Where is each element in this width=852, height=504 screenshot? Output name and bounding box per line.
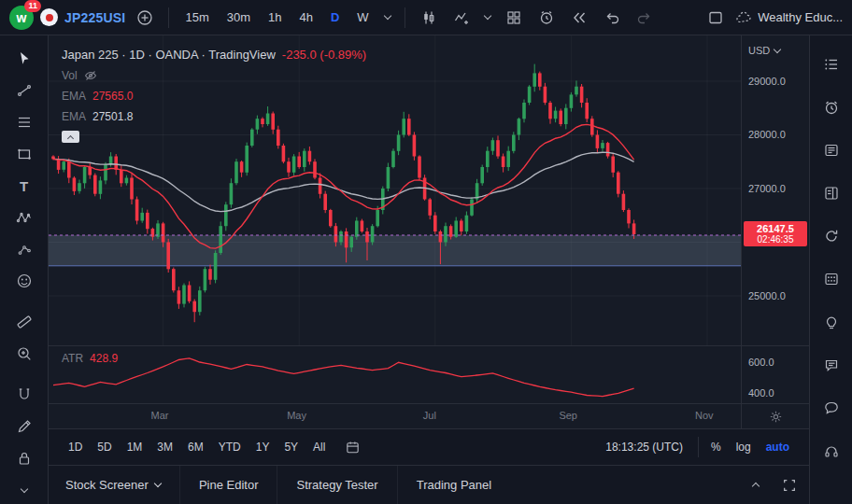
xabcd-pattern-tool-icon[interactable]: [7, 202, 41, 233]
timeframe-1w[interactable]: W: [351, 7, 374, 28]
support-headset-icon[interactable]: [817, 437, 845, 465]
time-axis[interactable]: MarMayJulSepNov: [49, 403, 809, 428]
log-scale-button[interactable]: log: [730, 437, 758, 457]
forecast-tool-icon[interactable]: [7, 233, 41, 265]
toolbar-separator: [698, 437, 699, 457]
chart-region: Japan 225 · 1D · OANDA · TradingView -23…: [49, 35, 809, 504]
alerts-icon[interactable]: [817, 93, 845, 121]
drawing-toolbar: T: [0, 35, 49, 504]
draw-pencil-tool-icon[interactable]: [7, 411, 41, 442]
price-scale-label: 25000.0: [748, 289, 786, 302]
panel-expand-chevron-icon[interactable]: [742, 471, 770, 499]
toolbar-separator: [405, 7, 405, 28]
atr-value: 428.9: [90, 352, 118, 365]
refresh-rotate-icon[interactable]: [817, 222, 845, 250]
range-1m[interactable]: 1M: [121, 437, 149, 457]
single-layout-icon[interactable]: [703, 6, 729, 30]
time-axis-label: May: [287, 410, 306, 421]
chart-style-candles-icon[interactable]: [416, 6, 442, 30]
range-5d[interactable]: 5D: [91, 437, 118, 457]
time-axis-labels[interactable]: MarMayJulSepNov: [49, 404, 741, 428]
tradingview-app: w 11 JP225USI 15m 30m 1h 4h D W: [0, 0, 852, 504]
chat-icon[interactable]: [817, 351, 845, 379]
bottom-toolbar: 1D 5D 1M 3M 6M YTD 1Y 5Y All 18:13:25 (U…: [49, 428, 809, 465]
atr-line-chart[interactable]: [49, 346, 741, 403]
tab-trading-panel[interactable]: Trading Panel: [397, 466, 510, 504]
volume-label[interactable]: Vol: [62, 69, 78, 82]
layout-grid-icon[interactable]: [501, 6, 527, 30]
magnet-tool-icon[interactable]: [7, 379, 41, 411]
time-axis-label: Jul: [423, 410, 436, 421]
price-scale-currency[interactable]: USD: [748, 45, 780, 56]
economic-calendar-icon[interactable]: [817, 265, 845, 293]
text-tool-icon[interactable]: T: [7, 170, 41, 202]
range-1d[interactable]: 1D: [62, 437, 89, 457]
price-scale[interactable]: USD 26147.5 02:46:35 29000.028000.027000…: [741, 35, 809, 345]
main-plot-area[interactable]: Japan 225 · 1D · OANDA · TradingView -23…: [49, 35, 741, 345]
symbol-search-button[interactable]: JP225USI: [64, 10, 125, 25]
screener-chevron-icon: [154, 480, 162, 487]
emoji-tool-icon[interactable]: [7, 265, 41, 297]
tab-stock-screener[interactable]: Stock Screener: [65, 466, 179, 504]
ema-slow-label[interactable]: EMA: [62, 110, 86, 123]
clock-utc[interactable]: 18:13:25 (UTC): [605, 441, 683, 454]
percent-scale-button[interactable]: %: [704, 437, 728, 457]
price-scale-label: 28000.0: [748, 128, 786, 141]
atr-scale[interactable]: 600.0400.0: [741, 346, 809, 403]
timeframe-4h[interactable]: 4h: [293, 7, 318, 28]
zoom-in-tool-icon[interactable]: [7, 338, 41, 370]
atr-label[interactable]: ATR: [62, 352, 83, 365]
tab-pine-editor[interactable]: Pine Editor: [179, 466, 277, 504]
measure-ruler-tool-icon[interactable]: [7, 306, 41, 338]
timeframe-1h[interactable]: 1h: [263, 7, 287, 28]
account-name: Wealthy Educ...: [758, 10, 843, 24]
go-to-date-icon[interactable]: [345, 440, 361, 455]
japan-flag-icon: [40, 8, 58, 26]
range-all[interactable]: All: [306, 437, 332, 457]
volume-hidden-eye-icon[interactable]: [84, 69, 97, 82]
range-3m[interactable]: 3M: [150, 437, 179, 457]
timeframe-30m[interactable]: 30m: [221, 7, 256, 28]
ema-fast-label[interactable]: EMA: [62, 90, 86, 103]
range-6m[interactable]: 6M: [181, 437, 210, 457]
app-logo[interactable]: w 11: [9, 6, 34, 30]
undo-icon[interactable]: [599, 6, 625, 30]
timeframe-15m[interactable]: 15m: [179, 7, 214, 28]
fullscreen-icon[interactable]: [775, 471, 803, 499]
range-1y[interactable]: 1Y: [249, 437, 277, 457]
toolbar-collapse-chevron-icon[interactable]: [7, 474, 41, 504]
legend-collapse-button[interactable]: [62, 131, 79, 143]
indicators-button[interactable]: [448, 6, 475, 30]
ideas-lightbulb-icon[interactable]: [817, 308, 845, 336]
notification-badge[interactable]: 11: [24, 0, 41, 12]
rectangle-tool-icon[interactable]: [7, 138, 41, 170]
atr-plot-area[interactable]: ATR 428.9: [49, 346, 741, 403]
bar-replay-icon[interactable]: [566, 6, 592, 30]
bar-countdown: 02:46:35: [746, 234, 805, 245]
cursor-tool-icon[interactable]: [7, 43, 41, 75]
range-ytd[interactable]: YTD: [212, 437, 248, 457]
range-5y[interactable]: 5Y: [277, 437, 305, 457]
alert-clock-icon[interactable]: [533, 6, 560, 30]
chart-title[interactable]: Japan 225 · 1D · OANDA · TradingView: [62, 48, 276, 62]
compare-add-button[interactable]: [132, 6, 158, 30]
change-value: -235.0 (-0.89%): [282, 48, 366, 62]
tab-strategy-tester[interactable]: Strategy Tester: [277, 466, 396, 504]
redo-icon[interactable]: [632, 6, 658, 30]
fib-retracement-tool-icon[interactable]: [7, 106, 41, 138]
public-chat-icon[interactable]: [817, 394, 845, 422]
auto-scale-button[interactable]: auto: [760, 437, 796, 457]
trend-line-tool-icon[interactable]: [7, 75, 41, 106]
news-icon[interactable]: [817, 136, 845, 164]
chart-settings-gear-icon[interactable]: [741, 404, 809, 428]
currency-chevron-icon: [774, 45, 781, 52]
watchlist-icon[interactable]: [817, 50, 845, 78]
timeframe-1d-active[interactable]: D: [325, 7, 345, 28]
data-window-icon[interactable]: [817, 179, 845, 207]
timeframe-dropdown-chevron-icon[interactable]: [381, 16, 394, 19]
lock-drawings-tool-icon[interactable]: [7, 442, 41, 474]
last-price-label[interactable]: 26147.5 02:46:35: [744, 221, 807, 246]
account-menu[interactable]: Wealthy Educ...: [735, 9, 843, 26]
indicators-templates-chevron-icon[interactable]: [481, 16, 494, 19]
footer-panel: Stock Screener Pine Editor Strategy Test…: [49, 465, 809, 504]
